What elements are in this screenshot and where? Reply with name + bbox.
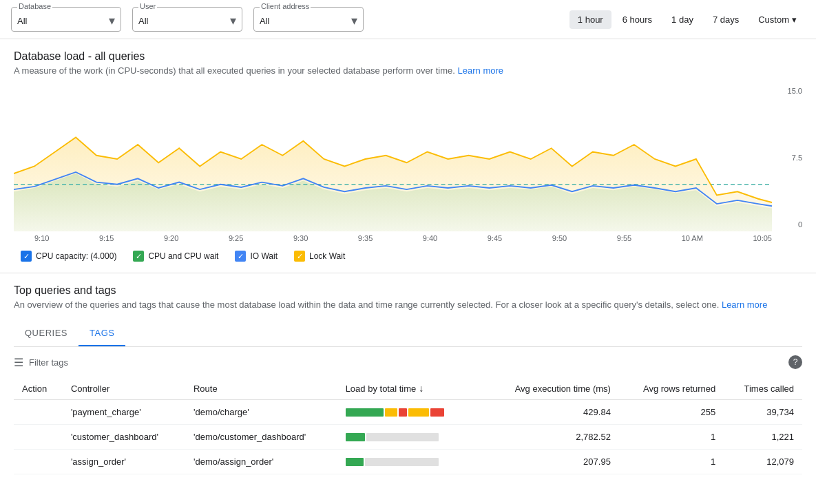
chart-description: A measure of the work (in CPU-seconds) t… <box>14 65 802 76</box>
load-segment-orange <box>385 408 397 417</box>
client-address-label: Client address <box>260 2 311 10</box>
cell-route: 'demo/charge' <box>185 400 337 425</box>
cell-times-called: 39,734 <box>724 400 802 425</box>
cell-avg-rows: 1 <box>619 425 724 450</box>
chart-y-labels: 15.0 7.5 0 <box>775 87 802 231</box>
bottom-learn-more-link[interactable]: Learn more <box>722 300 767 310</box>
cell-action <box>14 425 63 450</box>
legend-io-wait-label: IO Wait <box>250 251 278 261</box>
user-filter-label: User <box>138 2 157 10</box>
cell-avg-rows: 255 <box>619 400 724 425</box>
cell-controller: 'customer_dashboard' <box>63 425 185 450</box>
load-bar <box>346 433 456 441</box>
table-row[interactable]: 'payment_charge' 'demo/charge' 429.84 25… <box>14 400 802 425</box>
cell-load <box>337 450 487 474</box>
x-label: 9:10 <box>34 234 49 242</box>
chart-legend: ✓ CPU capacity: (4.000) ✓ CPU and CPU wa… <box>14 242 802 273</box>
filter-tags-label: Filter tags <box>29 357 68 368</box>
custom-label: Custom <box>758 14 789 25</box>
load-segment-red2 <box>430 408 444 417</box>
database-select[interactable]: All ▾ <box>17 10 115 28</box>
user-select[interactable]: All ▾ <box>138 10 236 28</box>
custom-arrow-icon: ▾ <box>792 14 797 25</box>
help-icon[interactable]: ? <box>788 355 802 369</box>
table-row[interactable]: 'customer_dashboard' 'demo/customer_dash… <box>14 425 802 450</box>
legend-io-wait: ✓ IO Wait <box>235 251 278 262</box>
legend-cpu-capacity-check: ✓ <box>21 251 32 262</box>
chart-container: 15.0 7.5 0 <box>14 87 802 231</box>
table-header-row: Action Controller Route Load by total ti… <box>14 377 802 400</box>
cell-load <box>337 425 487 450</box>
database-filter[interactable]: Database All ▾ <box>11 7 121 32</box>
col-avg-exec: Avg execution time (ms) <box>487 377 619 400</box>
legend-lock-wait-label: Lock Wait <box>309 251 345 261</box>
filter-tags-left: ☰ Filter tags <box>14 356 68 369</box>
time-btn-7days[interactable]: 7 days <box>704 10 747 29</box>
table-row[interactable]: 'assign_order' 'demo/assign_order' 207.9… <box>14 450 802 474</box>
database-filter-label: Database <box>17 2 52 10</box>
chart-section: Database load - all queries A measure of… <box>0 39 816 273</box>
chart-learn-more-link[interactable]: Learn more <box>458 65 503 76</box>
chart-svg <box>14 87 772 231</box>
x-label: 9:35 <box>358 234 373 242</box>
filters-bar: Database All ▾ User All ▾ Client address… <box>0 0 816 39</box>
x-label: 9:55 <box>617 234 631 242</box>
legend-io-wait-check: ✓ <box>235 251 246 262</box>
cell-route: 'demo/customer_dashboard' <box>185 425 337 450</box>
chart-title: Database load - all queries <box>14 50 802 63</box>
x-label: 9:30 <box>293 234 308 242</box>
cell-avg-exec: 207.95 <box>487 450 619 474</box>
time-btn-1day[interactable]: 1 day <box>663 10 702 29</box>
client-address-select[interactable]: All ▾ <box>260 10 357 28</box>
time-btn-1hour[interactable]: 1 hour <box>569 10 611 29</box>
time-btn-custom[interactable]: Custom ▾ <box>750 10 805 29</box>
col-avg-rows: Avg rows returned <box>619 377 724 400</box>
x-label: 10 AM <box>682 234 703 242</box>
legend-lock-wait: ✓ Lock Wait <box>294 251 345 262</box>
x-label: 9:45 <box>488 234 502 242</box>
chart-area <box>14 87 772 231</box>
cell-avg-exec: 429.84 <box>487 400 619 425</box>
user-value: All <box>138 16 148 26</box>
x-label: 9:20 <box>164 234 178 242</box>
bottom-section: Top queries and tags An overview of the … <box>0 284 816 474</box>
load-bar <box>346 458 456 466</box>
y-label-top: 15.0 <box>788 87 802 95</box>
user-filter[interactable]: User All ▾ <box>132 7 242 32</box>
col-action: Action <box>14 377 63 400</box>
x-axis-labels: 9:10 9:15 9:20 9:25 9:30 9:35 9:40 9:45 … <box>14 231 802 242</box>
y-label-bottom: 0 <box>798 220 802 229</box>
legend-cpu-capacity-label: CPU capacity: (4.000) <box>36 251 116 261</box>
legend-cpu-capacity: ✓ CPU capacity: (4.000) <box>21 251 116 262</box>
cell-times-called: 12,079 <box>724 450 802 474</box>
x-label: 9:15 <box>99 234 114 242</box>
tab-queries[interactable]: QUERIES <box>14 321 79 346</box>
cell-times-called: 1,221 <box>724 425 802 450</box>
x-label: 9:40 <box>423 234 437 242</box>
load-segment-green <box>346 458 364 466</box>
cell-action <box>14 400 63 425</box>
client-address-arrow-icon: ▾ <box>351 13 357 28</box>
legend-cpu-wait-label: CPU and CPU wait <box>148 251 218 261</box>
bottom-description: An overview of the queries and tags that… <box>14 300 802 310</box>
tabs-bar: QUERIES TAGS <box>14 321 802 347</box>
time-btn-6hours[interactable]: 6 hours <box>614 10 660 29</box>
client-address-value: All <box>260 16 269 26</box>
col-route: Route <box>185 377 337 400</box>
load-segment-green <box>346 433 365 441</box>
sort-arrow-icon: ↓ <box>419 383 423 394</box>
y-label-mid: 7.5 <box>792 154 802 162</box>
client-address-filter[interactable]: Client address All ▾ <box>253 7 364 32</box>
data-table: Action Controller Route Load by total ti… <box>14 377 802 474</box>
tab-tags[interactable]: TAGS <box>79 321 125 346</box>
time-range-group: 1 hour 6 hours 1 day 7 days Custom ▾ <box>569 10 805 29</box>
cell-action <box>14 450 63 474</box>
bottom-title: Top queries and tags <box>14 284 802 297</box>
cell-route: 'demo/assign_order' <box>185 450 337 474</box>
col-load[interactable]: Load by total time ↓ <box>337 377 487 400</box>
filter-tags-row: ☰ Filter tags ? <box>14 355 802 369</box>
legend-lock-wait-check: ✓ <box>294 251 305 262</box>
section-divider <box>0 273 816 273</box>
load-segment-green <box>346 408 384 417</box>
cell-controller: 'payment_charge' <box>63 400 185 425</box>
